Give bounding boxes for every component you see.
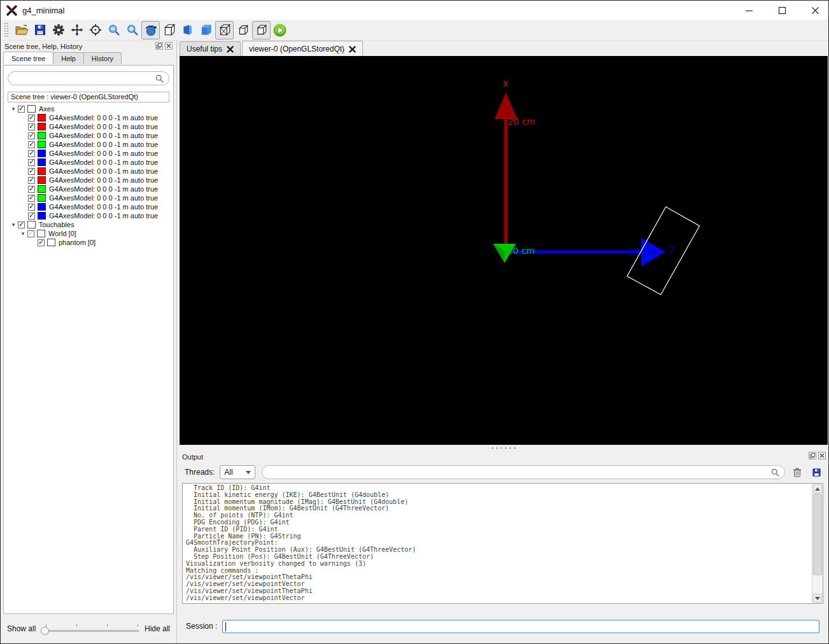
visibility-checkbox[interactable] (28, 177, 35, 184)
visibility-checkbox[interactable] (27, 230, 34, 237)
tree-row[interactable]: ▾World [0] (4, 229, 173, 238)
tree-row[interactable]: G4AxesModel: 0 0 0 -1 m auto true (4, 158, 173, 167)
orthographic-cube-button[interactable] (252, 21, 271, 39)
session-row: Session : (186, 619, 819, 633)
save-button[interactable] (31, 21, 49, 39)
toolbar-drag-handle[interactable] (3, 22, 8, 38)
color-swatch[interactable] (38, 141, 46, 148)
color-box[interactable] (27, 221, 36, 228)
visibility-checkbox[interactable] (28, 115, 35, 122)
color-box[interactable] (47, 239, 55, 246)
visibility-checkbox[interactable] (28, 186, 35, 193)
visibility-checkbox[interactable] (28, 204, 35, 211)
opengl-viewport[interactable]: x 20 cm 20 cm z 20 cm (180, 56, 828, 445)
tab-useful-tips[interactable]: Useful tips (180, 41, 241, 56)
expand-arrow-icon[interactable]: ▾ (9, 106, 18, 112)
tab-history[interactable]: History (83, 52, 122, 64)
clear-output-button[interactable] (790, 465, 804, 479)
visibility-checkbox[interactable] (28, 132, 35, 139)
color-swatch[interactable] (38, 194, 46, 202)
color-swatch[interactable] (38, 167, 46, 175)
tab-close-icon[interactable] (349, 46, 356, 53)
color-swatch[interactable] (38, 158, 46, 166)
color-swatch[interactable] (38, 212, 46, 220)
visibility-checkbox[interactable] (28, 213, 35, 220)
output-log[interactable]: Track ID (ID): G4int Initial kinetic ene… (182, 483, 823, 604)
panel-close-button[interactable] (165, 42, 173, 50)
tree-row[interactable]: G4AxesModel: 0 0 0 -1 m auto true (4, 113, 173, 122)
save-output-button[interactable] (809, 465, 823, 479)
axes-cube-button[interactable] (215, 21, 234, 39)
tree-row[interactable]: phantom [0] (4, 238, 173, 247)
slider-handle[interactable] (41, 627, 49, 635)
color-swatch[interactable] (38, 114, 46, 122)
maximize-button[interactable] (774, 3, 790, 18)
color-swatch[interactable] (38, 185, 46, 193)
run-button[interactable] (271, 21, 289, 39)
output-float-button[interactable] (809, 452, 816, 459)
color-swatch[interactable] (38, 123, 46, 130)
tab-viewer-0[interactable]: viewer-0 (OpenGLStoredQt) (242, 41, 363, 56)
visibility-checkbox[interactable] (28, 159, 35, 166)
color-box[interactable] (37, 230, 45, 237)
tree-row[interactable]: G4AxesModel: 0 0 0 -1 m auto true (4, 211, 173, 220)
visibility-checkbox[interactable] (28, 123, 35, 130)
tree-row[interactable]: G4AxesModel: 0 0 0 -1 m auto true (4, 185, 173, 193)
tree-item-label: World [0] (48, 230, 76, 237)
tree-row[interactable]: G4AxesModel: 0 0 0 -1 m auto true (4, 131, 173, 140)
color-swatch[interactable] (38, 203, 46, 211)
threads-dropdown[interactable]: All (220, 465, 255, 479)
pick-center-button[interactable] (86, 21, 104, 39)
visibility-checkbox[interactable] (28, 141, 35, 148)
tree-row[interactable]: G4AxesModel: 0 0 0 -1 m auto true (4, 193, 173, 202)
viewport-output-splitter[interactable] (177, 445, 828, 451)
tab-scene-tree[interactable]: Scene tree (3, 52, 53, 64)
tree-row[interactable]: ▾Touchables (4, 220, 173, 229)
tree-row[interactable]: G4AxesModel: 0 0 0 -1 m auto true (4, 176, 173, 185)
tab-close-icon[interactable] (227, 46, 234, 53)
slider-groove[interactable] (41, 630, 139, 632)
output-search-input[interactable] (269, 467, 767, 477)
zoom-in-button[interactable] (123, 21, 141, 39)
color-swatch[interactable] (38, 176, 46, 184)
visibility-slider[interactable] (41, 623, 139, 634)
visibility-checkbox[interactable] (28, 150, 35, 157)
tree-search-input[interactable] (15, 73, 152, 83)
panel-float-button[interactable] (155, 42, 163, 50)
color-swatch[interactable] (38, 150, 46, 157)
move-button[interactable] (67, 21, 86, 39)
visibility-checkbox[interactable] (18, 221, 25, 228)
tree-row[interactable]: G4AxesModel: 0 0 0 -1 m auto true (4, 122, 173, 131)
tree-row[interactable]: G4AxesModel: 0 0 0 -1 m auto true (4, 149, 173, 158)
log-scrollbar[interactable] (812, 484, 823, 603)
tree-row[interactable]: ▾Axes (4, 104, 173, 113)
scrollbar-thumb[interactable] (813, 494, 822, 575)
wireframe-button[interactable] (160, 21, 178, 39)
open-file-button[interactable] (12, 21, 31, 39)
tab-help[interactable]: Help (53, 52, 84, 64)
color-box[interactable] (27, 105, 36, 113)
minimize-button[interactable] (740, 3, 757, 18)
visibility-checkbox[interactable] (38, 239, 45, 246)
close-button[interactable] (807, 3, 823, 18)
zoom-out-button[interactable] (104, 21, 123, 39)
session-input[interactable] (227, 622, 816, 631)
expand-arrow-icon[interactable]: ▾ (9, 221, 18, 228)
tree-item-label: G4AxesModel: 0 0 0 -1 m auto true (49, 158, 158, 166)
visibility-checkbox[interactable] (18, 106, 25, 113)
visibility-checkbox[interactable] (28, 168, 35, 175)
tree-row[interactable]: G4AxesModel: 0 0 0 -1 m auto true (4, 202, 173, 211)
scroll-up-button[interactable] (813, 484, 822, 493)
output-close-button[interactable] (818, 452, 826, 459)
solid-surface-button[interactable] (197, 21, 215, 39)
scroll-down-button[interactable] (813, 594, 822, 603)
expand-arrow-icon[interactable]: ▾ (18, 230, 27, 237)
perspective-cube-button[interactable] (234, 21, 252, 39)
tree-row[interactable]: G4AxesModel: 0 0 0 -1 m auto true (4, 167, 173, 176)
rotate-button[interactable] (141, 21, 160, 39)
settings-button[interactable] (49, 21, 67, 39)
hidden-line-removal-button[interactable] (178, 21, 197, 39)
visibility-checkbox[interactable] (28, 195, 35, 202)
tree-row[interactable]: G4AxesModel: 0 0 0 -1 m auto true (4, 140, 173, 149)
color-swatch[interactable] (38, 132, 46, 139)
